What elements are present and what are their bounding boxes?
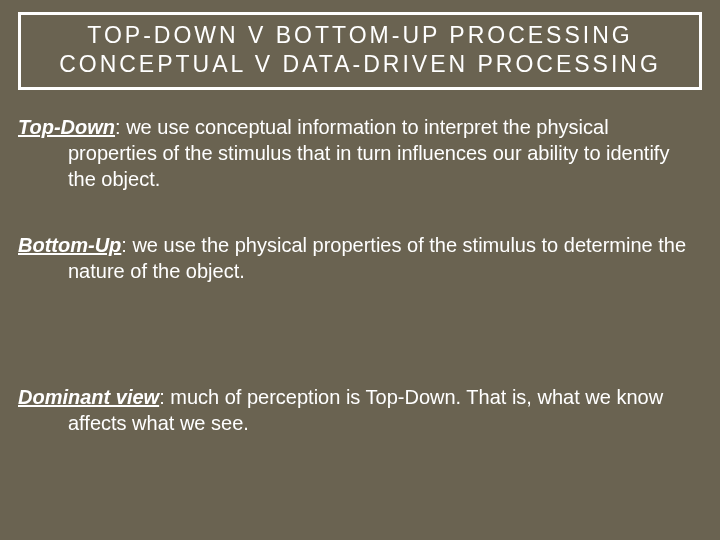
text-bottom-up: : we use the physical properties of the … <box>68 234 686 282</box>
spacer <box>18 324 702 384</box>
text-top-down: : we use conceptual information to inter… <box>68 116 669 190</box>
title-line-2: CONCEPTUAL V DATA-DRIVEN PROCESSING <box>31 50 689 79</box>
title-box: TOP-DOWN V BOTTOM-UP PROCESSING CONCEPTU… <box>18 12 702 90</box>
title-line-1: TOP-DOWN V BOTTOM-UP PROCESSING <box>31 21 689 50</box>
term-bottom-up: Bottom-Up <box>18 234 121 256</box>
term-dominant-view: Dominant view <box>18 386 159 408</box>
entry-top-down: Top-Down: we use conceptual information … <box>18 114 702 192</box>
entry-bottom-up: Bottom-Up: we use the physical propertie… <box>18 232 702 284</box>
entry-dominant-view: Dominant view: much of perception is Top… <box>18 384 702 436</box>
term-top-down: Top-Down <box>18 116 115 138</box>
